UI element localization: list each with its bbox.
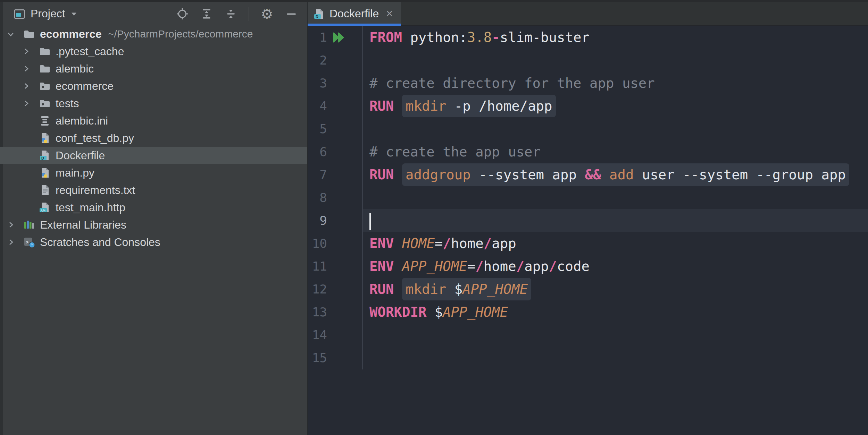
code-text: ENV HOME=/home/app xyxy=(363,232,868,255)
gutter-run-slot xyxy=(327,72,363,95)
code-token xyxy=(446,281,454,297)
code-token: / xyxy=(484,236,492,251)
code-line-14[interactable]: 14 xyxy=(308,324,868,347)
highlighted-args: mkdir $APP_HOME xyxy=(402,278,531,300)
code-line-15[interactable]: 15 xyxy=(308,347,868,369)
scratches-icon: > xyxy=(23,236,35,248)
tree-item-external-libraries[interactable]: External Libraries xyxy=(0,216,307,233)
gutter-run-slot xyxy=(327,186,363,209)
run-line-icon[interactable] xyxy=(331,31,345,44)
code-line-6[interactable]: 6# create the app user xyxy=(308,140,868,163)
folder-icon xyxy=(39,63,51,75)
code-line-7[interactable]: 7RUN addgroup --system app && add user -… xyxy=(308,163,868,186)
folder-icon xyxy=(39,45,51,57)
code-token: = xyxy=(435,236,443,251)
project-tool-window-icon xyxy=(13,8,26,20)
chevron-down-icon[interactable] xyxy=(69,9,78,18)
line-number: 7 xyxy=(308,163,327,186)
tree-item-test-main-http[interactable]: APItest_main.http xyxy=(0,199,307,216)
code-token: - xyxy=(492,29,500,45)
tree-item-tests[interactable]: tests xyxy=(0,95,307,112)
code-line-2[interactable]: 2 xyxy=(308,49,868,72)
code-token: # create directory for the app user xyxy=(369,75,655,91)
gutter-run-slot xyxy=(327,255,363,278)
code-token: code xyxy=(557,258,590,274)
code-token: FROM xyxy=(369,29,402,45)
code-line-11[interactable]: 11ENV APP_HOME=/home/app/code xyxy=(308,255,868,278)
expand-all-icon[interactable] xyxy=(200,7,213,20)
code-line-3[interactable]: 3# create directory for the app user xyxy=(308,72,868,95)
code-text xyxy=(363,49,868,72)
tree-item-path: ~/PycharmProjects/ecommerce xyxy=(108,28,253,40)
tree-item-label: conf_test_db.py xyxy=(56,132,134,145)
tree-item-requirements-txt[interactable]: requirements.txt xyxy=(0,181,307,199)
tree-item-main-py[interactable]: main.py xyxy=(0,164,307,181)
tree-item-label: ecommerce xyxy=(56,80,114,93)
settings-gear-icon[interactable]: ⚙ xyxy=(260,7,274,20)
code-line-10[interactable]: 10ENV HOME=/home/app xyxy=(308,232,868,255)
code-line-8[interactable]: 8 xyxy=(308,186,868,209)
project-panel-header: Project xyxy=(0,2,307,25)
tree-item-alembic-ini[interactable]: alembic.ini xyxy=(0,112,307,129)
code-token: / xyxy=(516,258,524,274)
locate-icon[interactable] xyxy=(176,7,189,20)
line-number: 8 xyxy=(308,186,327,209)
close-icon[interactable]: ✕ xyxy=(386,9,393,18)
chevron-collapsed-icon[interactable] xyxy=(22,47,31,56)
tree-item-label: alembic.ini xyxy=(56,114,108,127)
tab-dockerfile[interactable]: D Dockerfile ✕ xyxy=(308,2,401,25)
gutter-run-slot xyxy=(327,49,363,72)
editor-pane: D Dockerfile ✕ 1FROM python:3.8-slim-bus… xyxy=(308,2,868,435)
chevron-collapsed-icon[interactable] xyxy=(22,64,31,73)
code-line-1[interactable]: 1FROM python:3.8-slim-buster xyxy=(308,26,868,49)
gutter-run-slot xyxy=(327,118,363,140)
line-number: 9 xyxy=(308,209,327,232)
code-line-12[interactable]: 12RUN mkdir $APP_HOME xyxy=(308,278,868,301)
tree-item-ecommerce[interactable]: ecommerce xyxy=(0,77,307,95)
code-token: slim-buster xyxy=(500,29,590,45)
code-text: RUN addgroup --system app && add user --… xyxy=(363,163,868,186)
code-text: FROM python:3.8-slim-buster xyxy=(363,26,868,49)
collapse-all-icon[interactable] xyxy=(224,7,237,20)
python-icon xyxy=(39,167,51,179)
line-number: 2 xyxy=(308,49,327,72)
tree-item-label: Scratches and Consoles xyxy=(40,236,160,249)
chevron-collapsed-icon[interactable] xyxy=(22,82,31,91)
code-line-4[interactable]: 4RUN mkdir -p /home/app xyxy=(308,95,868,118)
chevron-collapsed-icon[interactable] xyxy=(22,99,31,108)
code-text xyxy=(363,209,868,232)
project-panel-title[interactable]: Project xyxy=(31,7,65,20)
gutter-run-slot xyxy=(327,209,363,232)
chevron-expanded-icon[interactable] xyxy=(6,29,15,39)
chevron-collapsed-icon[interactable] xyxy=(6,238,15,247)
line-number: 15 xyxy=(308,347,327,369)
line-number: 14 xyxy=(308,324,327,347)
package-icon xyxy=(39,97,51,109)
tree-item-conf-test-db-py[interactable]: conf_test_db.py xyxy=(0,129,307,147)
code-token: && xyxy=(585,167,601,182)
tree-item-alembic[interactable]: alembic xyxy=(0,60,307,77)
code-line-9[interactable]: 9 xyxy=(308,209,868,232)
line-number: 6 xyxy=(308,140,327,163)
line-number: 1 xyxy=(308,26,327,49)
tree-item-label: alembic xyxy=(56,62,94,75)
code-text: WORKDIR $APP_HOME xyxy=(363,301,868,324)
chevron-collapsed-icon[interactable] xyxy=(6,220,15,229)
gutter-run-slot xyxy=(327,324,363,347)
code-token: ENV xyxy=(369,236,394,251)
code-line-13[interactable]: 13WORKDIR $APP_HOME xyxy=(308,301,868,324)
tree-item--pytest-cache[interactable]: .pytest_cache xyxy=(0,43,307,60)
tree-item-dockerfile[interactable]: DDockerfile xyxy=(0,147,307,164)
panel-editor-splitter[interactable] xyxy=(307,2,308,435)
hide-panel-icon[interactable] xyxy=(285,7,298,20)
highlighted-args: addgroup --system app && add user --syst… xyxy=(402,163,849,186)
tree-item-scratches-and-consoles[interactable]: >Scratches and Consoles xyxy=(0,233,307,251)
tree-item-ecommerce[interactable]: ecommerce~/PycharmProjects/ecommerce xyxy=(0,25,307,43)
code-token: / xyxy=(443,236,451,251)
code-token xyxy=(394,258,402,274)
editor-tab-bar: D Dockerfile ✕ xyxy=(308,2,868,26)
line-number: 4 xyxy=(308,95,327,118)
code-editor[interactable]: 1FROM python:3.8-slim-buster23# create d… xyxy=(308,26,868,435)
tree-item-label: tests xyxy=(56,97,79,110)
code-line-5[interactable]: 5 xyxy=(308,118,868,140)
